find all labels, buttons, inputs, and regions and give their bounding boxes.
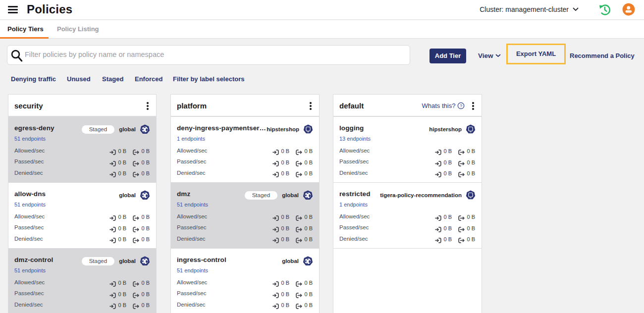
svg-text:?: ? <box>460 104 462 108</box>
